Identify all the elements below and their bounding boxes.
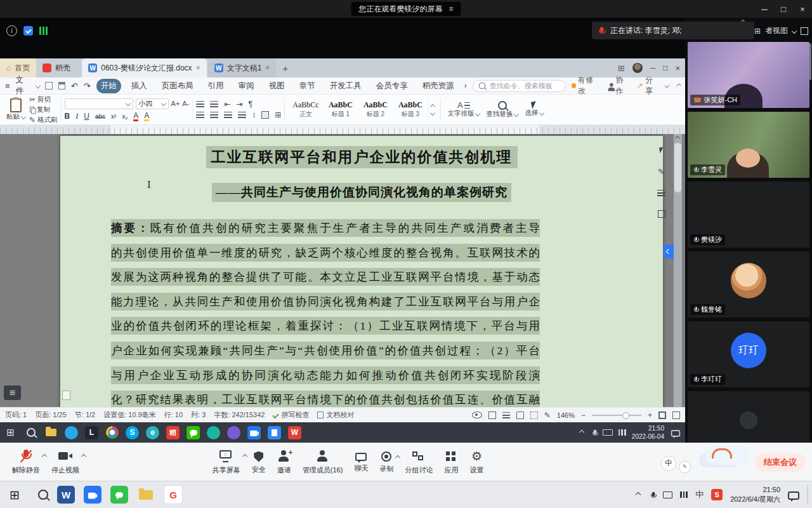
- menu-start[interactable]: 开始: [96, 79, 121, 93]
- host-tray-mic-icon[interactable]: [650, 492, 654, 497]
- participant-tile[interactable]: 樊镁汐: [688, 182, 809, 248]
- menu-more-icon[interactable]: ›: [464, 82, 467, 90]
- host-tray-expand-icon[interactable]: [636, 492, 641, 497]
- tab-close-icon[interactable]: ×: [196, 64, 200, 72]
- eye-protect-icon[interactable]: [472, 411, 482, 418]
- grow-font-button[interactable]: A+: [171, 100, 180, 107]
- line-spacing-icon[interactable]: ↕: [252, 111, 256, 119]
- strikethrough-button[interactable]: abc: [95, 113, 105, 120]
- font-name-select[interactable]: [65, 98, 133, 109]
- stop-video-button[interactable]: 停止视频: [46, 450, 85, 475]
- search-taskbar-icon[interactable]: [24, 426, 37, 439]
- tray-mic-icon[interactable]: [591, 430, 595, 435]
- action-center-icon[interactable]: [788, 491, 799, 500]
- wps-restore-icon[interactable]: □: [663, 64, 667, 72]
- host-explorer-icon[interactable]: [137, 486, 155, 504]
- style-scroll-up-icon[interactable]: [430, 104, 435, 109]
- status-words[interactable]: 字数: 242/15342: [214, 410, 265, 420]
- pen-tool-icon[interactable]: ✎: [658, 168, 665, 176]
- end-meeting-button[interactable]: 结束会议: [755, 453, 806, 472]
- style-scroll-down-icon[interactable]: [430, 110, 435, 115]
- collapse-ribbon-icon[interactable]: [676, 83, 681, 88]
- zoom-slider[interactable]: [592, 415, 641, 416]
- menu-insert[interactable]: 插入: [127, 79, 152, 93]
- chrome-icon[interactable]: [105, 426, 119, 439]
- menu-docer-res[interactable]: 稻壳资源: [418, 79, 459, 93]
- new-tab-button[interactable]: +: [276, 58, 294, 77]
- pen-widget-icon[interactable]: ✎: [679, 461, 691, 473]
- pointer-tool-icon[interactable]: [658, 147, 664, 154]
- style-heading2[interactable]: AaBbC 标题 2: [358, 100, 393, 119]
- tab-close-icon[interactable]: ×: [265, 64, 270, 72]
- info-icon[interactable]: i: [6, 25, 17, 36]
- wechat-icon[interactable]: [187, 426, 200, 439]
- participant-tile[interactable]: ☎ 张笑妍-CH: [688, 42, 809, 108]
- comment-marker-icon[interactable]: [62, 391, 70, 400]
- copy-button[interactable]: 复制: [29, 105, 58, 114]
- user-avatar[interactable]: [632, 63, 643, 73]
- split-window-icon[interactable]: ⊞: [618, 64, 625, 72]
- tray-expand-icon[interactable]: [579, 430, 584, 435]
- superscript-button[interactable]: x²: [111, 113, 116, 120]
- horizontal-ruler[interactable]: [0, 125, 685, 135]
- protect-icon[interactable]: [23, 26, 33, 36]
- menu-view[interactable]: 视图: [265, 79, 289, 93]
- menu-page-layout[interactable]: 页面布局: [157, 79, 198, 93]
- participant-tile[interactable]: [688, 391, 809, 443]
- hamburger-icon[interactable]: ≡: [5, 82, 10, 90]
- underline-button[interactable]: U: [84, 112, 89, 121]
- view-mode-label[interactable]: 者视图: [765, 25, 788, 36]
- vertical-scrollbar[interactable]: [674, 134, 682, 407]
- align-left-icon[interactable]: [196, 112, 204, 118]
- menu-file[interactable]: 文件: [16, 75, 30, 97]
- sogou-icon[interactable]: S: [711, 489, 723, 500]
- shrink-font-button[interactable]: A-: [182, 100, 189, 107]
- manage-members-button[interactable]: 管理成员(16): [297, 450, 349, 475]
- skype-icon[interactable]: S: [126, 426, 139, 439]
- explorer-icon[interactable]: [44, 426, 58, 439]
- wemeet-icon[interactable]: [247, 426, 261, 439]
- host-network-icon[interactable]: [680, 491, 688, 498]
- participant-tile[interactable]: 玎玎 李玎玎: [688, 321, 809, 387]
- start-icon[interactable]: ⊞: [4, 426, 17, 439]
- command-search-input[interactable]: 查找命令、搜索模板: [473, 80, 566, 92]
- menu-devtools[interactable]: 开发工具: [325, 79, 366, 93]
- unmute-button[interactable]: 解除静音: [6, 450, 46, 475]
- typeset-button[interactable]: A 文字排版: [444, 96, 483, 123]
- host-start-icon[interactable]: ⊞: [0, 481, 29, 508]
- settings-button[interactable]: ⚙ 设置: [464, 450, 489, 475]
- breakout-button[interactable]: 分组讨论: [399, 450, 438, 475]
- scrollbar-thumb[interactable]: [674, 143, 681, 192]
- wps-close-icon[interactable]: ×: [675, 64, 680, 73]
- zoom-in-icon[interactable]: +: [648, 411, 652, 419]
- notification-icon[interactable]: [671, 430, 680, 436]
- bullet-list-icon[interactable]: [196, 101, 204, 107]
- collab-location-marker[interactable]: [664, 244, 674, 258]
- menu-references[interactable]: 引用: [204, 79, 228, 93]
- zoom-value[interactable]: 146%: [557, 411, 575, 419]
- page-view-icon[interactable]: [488, 411, 496, 419]
- paragraph-mark-icon[interactable]: ¶: [248, 100, 252, 108]
- select-button[interactable]: 选择: [521, 96, 547, 123]
- indent-icon[interactable]: ⇥: [236, 100, 242, 108]
- word-icon[interactable]: W: [57, 486, 75, 504]
- save-icon[interactable]: [45, 82, 52, 90]
- tab-docer[interactable]: 稻壳: [36, 58, 77, 77]
- view-mode-chevron-icon[interactable]: [792, 28, 797, 33]
- ime-badge[interactable]: 中: [661, 456, 676, 471]
- grid-view-icon[interactable]: ⊞: [754, 27, 761, 35]
- undo-icon[interactable]: ↶: [71, 82, 78, 90]
- style-heading1[interactable]: AaBbC 标题 1: [323, 100, 358, 119]
- host-ime-indicator[interactable]: 中: [695, 489, 704, 500]
- camera-options-icon[interactable]: [81, 453, 86, 458]
- host-wechat-icon[interactable]: [110, 486, 128, 504]
- shared-clock[interactable]: 21:50 2022-06-04: [632, 424, 664, 441]
- italic-button[interactable]: I: [75, 112, 78, 121]
- fullscreen-icon[interactable]: [801, 27, 808, 35]
- scroll-up-icon[interactable]: [675, 136, 680, 141]
- show-desktop-button[interactable]: [807, 485, 808, 504]
- format-painter-button[interactable]: ✎格式刷: [29, 116, 58, 124]
- app-g-icon[interactable]: G: [164, 485, 183, 504]
- wps-minimize-icon[interactable]: ─: [650, 64, 656, 72]
- font-color-button[interactable]: A: [133, 112, 138, 121]
